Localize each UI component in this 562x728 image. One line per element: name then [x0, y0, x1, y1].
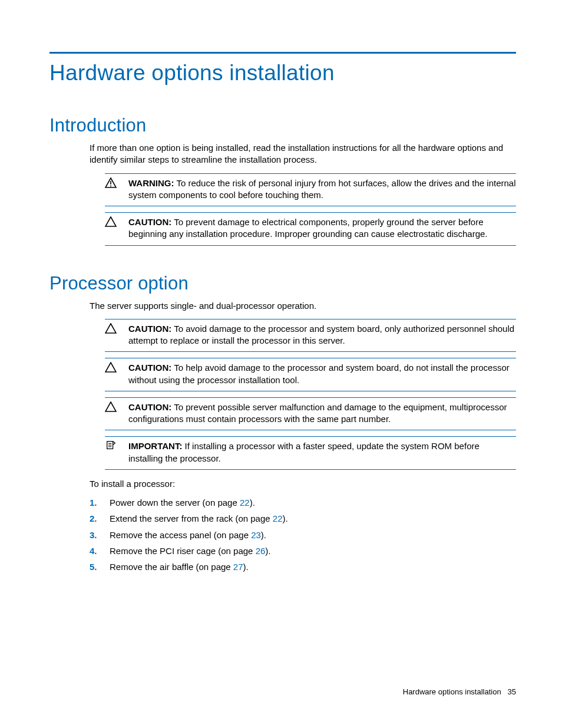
- svg-marker-4: [105, 324, 116, 333]
- callout-caution: CAUTION: To prevent possible server malf…: [105, 397, 516, 431]
- step-item: 2. Extend the server from the rack (on p…: [90, 513, 516, 525]
- step-number: 2.: [90, 513, 110, 525]
- step-number: 4.: [90, 545, 110, 557]
- caution-icon: [105, 362, 128, 373]
- important-icon: [105, 440, 128, 451]
- callout-text: CAUTION: To help avoid damage to the pro…: [128, 362, 516, 386]
- page-ref-link[interactable]: 22: [273, 513, 283, 523]
- callout-body: To avoid damage to the processor and sys…: [128, 324, 514, 345]
- processor-paragraph: The server supports single- and dual-pro…: [90, 300, 516, 312]
- callout-text: CAUTION: To avoid damage to the processo…: [128, 323, 516, 347]
- step-number: 1.: [90, 497, 110, 509]
- page-ref-link[interactable]: 22: [240, 498, 250, 508]
- footer-title: Hardware options installation: [403, 687, 501, 696]
- warning-icon: [105, 177, 128, 188]
- step-text: Remove the PCI riser cage (on page 26).: [110, 545, 270, 557]
- step-item: 5. Remove the air baffle (on page 27).: [90, 561, 516, 573]
- callout-body: To help avoid damage to the processor an…: [128, 363, 510, 384]
- callout-body: To reduce the risk of personal injury fr…: [128, 178, 516, 200]
- footer-page-number: 35: [508, 687, 516, 696]
- step-text: Extend the server from the rack (on page…: [110, 513, 288, 525]
- section-title-introduction: Introduction: [49, 115, 516, 136]
- callout-body: To prevent damage to electrical componen…: [128, 217, 488, 239]
- page-ref-link[interactable]: 27: [233, 562, 243, 572]
- top-rule: [49, 52, 516, 54]
- callout-body: To prevent possible server malfunction a…: [128, 402, 507, 424]
- page-container: Hardware options installation Introducti…: [0, 0, 562, 728]
- caution-icon: [105, 323, 128, 334]
- section-title-processor: Processor option: [49, 273, 516, 294]
- step-number: 5.: [90, 561, 110, 573]
- callout-caution: CAUTION: To help avoid damage to the pro…: [105, 358, 516, 391]
- callout-label: CAUTION:: [128, 324, 171, 334]
- processor-body-block: The server supports single- and dual-pro…: [90, 300, 516, 574]
- callout-label: CAUTION:: [128, 402, 171, 412]
- intro-paragraph: If more than one option is being install…: [90, 142, 516, 166]
- svg-marker-6: [105, 402, 116, 411]
- callout-label: WARNING:: [128, 178, 174, 188]
- callout-caution-text: CAUTION: To prevent damage to electrical…: [128, 216, 516, 241]
- step-text: Remove the access panel (on page 23).: [110, 529, 266, 541]
- caution-icon: [105, 216, 128, 227]
- callout-text: IMPORTANT: If installing a processor wit…: [128, 440, 516, 465]
- step-item: 1. Power down the server (on page 22).: [90, 497, 516, 509]
- page-ref-link[interactable]: 23: [251, 530, 261, 540]
- step-text: Power down the server (on page 22).: [110, 497, 255, 509]
- steps-lead: To install a processor:: [90, 478, 516, 490]
- callout-warning: WARNING: To reduce the risk of personal …: [105, 173, 516, 207]
- step-item: 4. Remove the PCI riser cage (on page 26…: [90, 545, 516, 557]
- caution-icon: [105, 401, 128, 412]
- callout-text: CAUTION: To prevent possible server malf…: [128, 401, 516, 426]
- page-ref-link[interactable]: 26: [256, 546, 266, 556]
- step-text: Remove the air baffle (on page 27).: [110, 561, 249, 573]
- callout-important: IMPORTANT: If installing a processor wit…: [105, 436, 516, 470]
- callout-label: IMPORTANT:: [128, 441, 182, 451]
- page-title: Hardware options installation: [49, 61, 516, 85]
- svg-point-2: [110, 185, 111, 186]
- callout-label: CAUTION:: [128, 217, 171, 227]
- callout-caution: CAUTION: To prevent damage to electrical…: [105, 212, 516, 246]
- install-steps-list: 1. Power down the server (on page 22). 2…: [90, 497, 516, 573]
- callout-caution: CAUTION: To avoid damage to the processo…: [105, 319, 516, 353]
- intro-body-block: If more than one option is being install…: [90, 142, 516, 246]
- callout-label: CAUTION:: [128, 363, 171, 373]
- svg-marker-3: [105, 217, 116, 226]
- step-item: 3. Remove the access panel (on page 23).: [90, 529, 516, 541]
- callout-warning-text: WARNING: To reduce the risk of personal …: [128, 177, 516, 202]
- svg-marker-5: [105, 363, 116, 372]
- step-number: 3.: [90, 529, 110, 541]
- page-footer: Hardware options installation 35: [403, 687, 516, 696]
